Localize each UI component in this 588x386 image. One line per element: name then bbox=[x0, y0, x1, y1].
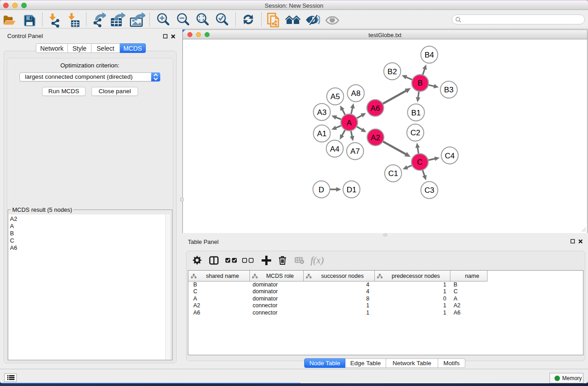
svg-text:A6: A6 bbox=[371, 104, 380, 113]
svg-text:B2: B2 bbox=[387, 67, 397, 76]
svg-text:A1: A1 bbox=[317, 129, 327, 138]
svg-text:A2: A2 bbox=[371, 133, 380, 142]
svg-text:A7: A7 bbox=[350, 147, 360, 156]
svg-text:C1: C1 bbox=[388, 169, 398, 178]
svg-text:C3: C3 bbox=[425, 186, 435, 195]
svg-text:A: A bbox=[347, 119, 352, 127]
svg-text:B1: B1 bbox=[411, 109, 421, 117]
svg-text:B4: B4 bbox=[425, 51, 434, 59]
svg-text:C: C bbox=[417, 158, 422, 167]
svg-text:A5: A5 bbox=[330, 92, 340, 101]
svg-text:D1: D1 bbox=[347, 186, 357, 194]
svg-text:A8: A8 bbox=[351, 89, 361, 98]
svg-text:C2: C2 bbox=[411, 129, 421, 137]
svg-text:A3: A3 bbox=[317, 108, 327, 117]
svg-text:B: B bbox=[417, 79, 422, 87]
svg-text:C4: C4 bbox=[445, 152, 455, 160]
svg-text:D: D bbox=[319, 186, 324, 194]
svg-text:A4: A4 bbox=[330, 145, 339, 153]
svg-text:B3: B3 bbox=[444, 86, 454, 94]
